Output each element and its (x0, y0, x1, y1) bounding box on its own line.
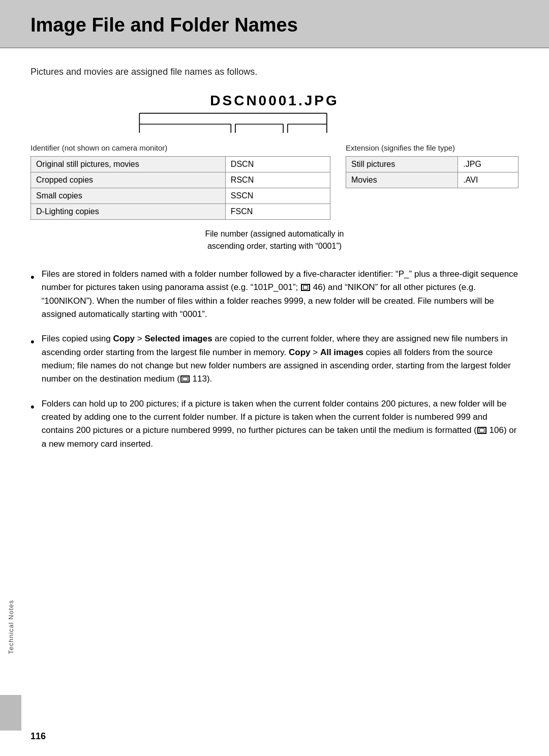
file-number-note: File number (assigned automatically in a… (30, 228, 518, 252)
ext-value: .JPG (458, 157, 518, 172)
identifier-table: Original still pictures, moviesDSCNCropp… (30, 156, 330, 220)
side-label: Technical Notes (7, 600, 15, 654)
manual-page-icon (180, 375, 190, 383)
table-row: Movies.AVI (346, 172, 518, 188)
row-code: SSCN (225, 188, 330, 204)
page: Image File and Folder Names Pictures and… (0, 0, 549, 756)
identifier-label: Identifier (not shown on camera monitor) (30, 143, 330, 152)
bold-text: Selected images (144, 334, 212, 343)
header-bar: Image File and Folder Names (0, 0, 549, 48)
extension-section: Extension (signifies the file type) Stil… (346, 143, 518, 220)
table-row: Still pictures.JPG (346, 157, 518, 172)
row-code: RSCN (225, 172, 330, 188)
content: Pictures and movies are assigned file na… (0, 48, 549, 756)
ext-label: Still pictures (346, 157, 458, 172)
extension-label: Extension (signifies the file type) (346, 143, 518, 152)
ext-label: Movies (346, 172, 458, 188)
row-label: Cropped copies (31, 172, 226, 188)
bullet-text: Folders can hold up to 200 pictures; if … (42, 397, 518, 451)
table-row: Small copiesSSCN (31, 188, 330, 204)
row-code: FSCN (225, 204, 330, 220)
table-row: D-Lighting copiesFSCN (31, 204, 330, 220)
list-item: •Folders can hold up to 200 pictures; if… (30, 397, 518, 451)
manual-page-icon (477, 427, 486, 434)
bullet-text: Files copied using Copy > Selected image… (42, 332, 518, 386)
row-label: D-Lighting copies (31, 204, 226, 220)
bold-text: All images (320, 347, 363, 357)
bullet-dot-icon: • (30, 333, 35, 351)
identifier-section: Identifier (not shown on camera monitor)… (30, 143, 330, 220)
tables-row: Identifier (not shown on camera monitor)… (30, 143, 518, 220)
bold-text: Copy (113, 334, 135, 343)
filename-display: DSCN0001.JPG (30, 93, 518, 109)
list-item: •Files copied using Copy > Selected imag… (30, 332, 518, 386)
row-code: DSCN (225, 157, 330, 172)
diagram-section: DSCN0001.JPG (30, 93, 518, 252)
table-row: Cropped copiesRSCN (31, 172, 330, 188)
list-item: •Files are stored in folders named with … (30, 268, 518, 321)
extension-table: Still pictures.JPGMovies.AVI (346, 156, 518, 188)
gray-box (0, 695, 21, 731)
row-label: Small copies (31, 188, 226, 204)
table-row: Original still pictures, moviesDSCN (31, 157, 330, 172)
page-number: 116 (30, 731, 46, 742)
bold-text: Copy (289, 347, 311, 357)
bracket-diagram (30, 109, 518, 139)
intro-text: Pictures and movies are assigned file na… (30, 67, 518, 77)
bullet-dot-icon: • (30, 398, 35, 416)
page-title: Image File and Folder Names (30, 14, 518, 36)
ext-value: .AVI (458, 172, 518, 188)
bullet-text: Files are stored in folders named with a… (42, 268, 518, 321)
bullet-list: •Files are stored in folders named with … (30, 268, 518, 451)
manual-page-icon (301, 284, 310, 291)
row-label: Original still pictures, movies (31, 157, 226, 172)
bullet-dot-icon: • (30, 269, 35, 286)
